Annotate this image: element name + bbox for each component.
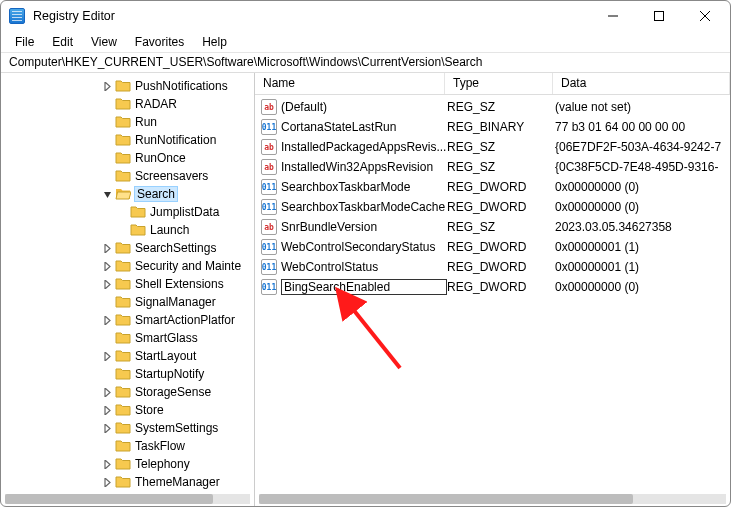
maximize-button[interactable] <box>636 1 682 31</box>
value-type: REG_DWORD <box>447 180 555 194</box>
chevron-right-icon[interactable] <box>101 476 113 488</box>
tree-item[interactable]: PushNotifications <box>11 77 254 95</box>
folder-icon <box>115 366 135 383</box>
tree-item-label: SmartGlass <box>135 331 198 345</box>
tree-item[interactable]: StorageSense <box>11 383 254 401</box>
registry-tree[interactable]: PushNotificationsRADARRunRunNotification… <box>1 77 254 492</box>
chevron-right-icon[interactable] <box>101 458 113 470</box>
value-type: REG_SZ <box>447 160 555 174</box>
content-panes: PushNotificationsRADARRunRunNotification… <box>1 73 730 506</box>
menu-bar: File Edit View Favorites Help <box>1 31 730 53</box>
value-data: 2023.03.05.34627358 <box>555 220 730 234</box>
binary-value-icon: 011 <box>261 239 277 255</box>
expander-placeholder <box>101 440 113 452</box>
folder-open-icon <box>115 186 135 203</box>
chevron-down-icon[interactable] <box>101 188 113 200</box>
tree-item[interactable]: RunOnce <box>11 149 254 167</box>
tree-horizontal-scrollbar[interactable] <box>5 494 250 504</box>
close-button[interactable] <box>682 1 728 31</box>
chevron-right-icon[interactable] <box>101 314 113 326</box>
folder-icon <box>115 240 135 257</box>
folder-icon <box>115 132 135 149</box>
menu-help[interactable]: Help <box>194 33 235 51</box>
value-row[interactable]: ab(Default)REG_SZ(value not set) <box>255 97 730 117</box>
value-type: REG_SZ <box>447 100 555 114</box>
value-row[interactable]: abInstalledPackagedAppsRevis...REG_SZ{06… <box>255 137 730 157</box>
menu-view[interactable]: View <box>83 33 125 51</box>
tree-item-label: JumplistData <box>150 205 219 219</box>
value-type: REG_DWORD <box>447 240 555 254</box>
tree-item[interactable]: StartLayout <box>11 347 254 365</box>
tree-item[interactable]: Store <box>11 401 254 419</box>
value-name: InstalledPackagedAppsRevis... <box>281 140 447 154</box>
menu-favorites[interactable]: Favorites <box>127 33 192 51</box>
tree-item[interactable]: Security and Mainte <box>11 257 254 275</box>
tree-item[interactable]: ThemeManager <box>11 473 254 491</box>
column-header-data[interactable]: Data <box>553 73 730 94</box>
expander-placeholder <box>101 296 113 308</box>
list-horizontal-scrollbar[interactable] <box>259 494 726 504</box>
tree-item[interactable]: SmartActionPlatfor <box>11 311 254 329</box>
value-row[interactable]: abInstalledWin32AppsRevisionREG_SZ{0C38F… <box>255 157 730 177</box>
tree-item[interactable]: RADAR <box>11 95 254 113</box>
folder-icon <box>115 438 135 455</box>
value-row[interactable]: 011SearchboxTaskbarModeCacheREG_DWORD0x0… <box>255 197 730 217</box>
value-row[interactable]: abSnrBundleVersionREG_SZ2023.03.05.34627… <box>255 217 730 237</box>
value-row[interactable]: 011WebControlSecondaryStatusREG_DWORD0x0… <box>255 237 730 257</box>
tree-item[interactable]: Search <box>11 185 254 203</box>
value-name[interactable]: BingSearchEnabled <box>281 279 447 295</box>
tree-item-label: SignalManager <box>135 295 216 309</box>
tree-item-label: SystemSettings <box>135 421 218 435</box>
tree-item[interactable]: TaskFlow <box>11 437 254 455</box>
chevron-right-icon[interactable] <box>101 260 113 272</box>
folder-icon <box>115 96 135 113</box>
tree-item[interactable]: Run <box>11 113 254 131</box>
tree-item[interactable]: Screensavers <box>11 167 254 185</box>
chevron-right-icon[interactable] <box>101 278 113 290</box>
chevron-right-icon[interactable] <box>101 404 113 416</box>
value-row[interactable]: 011CortanaStateLastRunREG_BINARY77 b3 01… <box>255 117 730 137</box>
expander-placeholder <box>116 224 128 236</box>
tree-item-label: StorageSense <box>135 385 211 399</box>
chevron-right-icon[interactable] <box>101 350 113 362</box>
tree-item[interactable]: RunNotification <box>11 131 254 149</box>
menu-edit[interactable]: Edit <box>44 33 81 51</box>
menu-file[interactable]: File <box>7 33 42 51</box>
chevron-right-icon[interactable] <box>101 422 113 434</box>
value-row[interactable]: 011WebControlStatusREG_DWORD0x00000001 (… <box>255 257 730 277</box>
chevron-right-icon[interactable] <box>101 242 113 254</box>
value-data: {0C38F5CD-7E48-495D-9316- <box>555 160 730 174</box>
tree-item[interactable]: SystemSettings <box>11 419 254 437</box>
tree-item[interactable]: StartupNotify <box>11 365 254 383</box>
tree-item-label: Store <box>135 403 164 417</box>
chevron-right-icon[interactable] <box>101 386 113 398</box>
tree-item[interactable]: SmartGlass <box>11 329 254 347</box>
address-bar[interactable]: Computer\HKEY_CURRENT_USER\Software\Micr… <box>1 53 730 73</box>
tree-item[interactable]: JumplistData <box>11 203 254 221</box>
tree-item[interactable]: Telephony <box>11 455 254 473</box>
tree-item[interactable]: SignalManager <box>11 293 254 311</box>
chevron-right-icon[interactable] <box>101 80 113 92</box>
tree-item-label: PushNotifications <box>135 79 228 93</box>
expander-placeholder <box>101 170 113 182</box>
value-name: InstalledWin32AppsRevision <box>281 160 447 174</box>
tree-item-label: StartupNotify <box>135 367 204 381</box>
value-list[interactable]: ab(Default)REG_SZ(value not set)011Corta… <box>255 95 730 297</box>
minimize-button[interactable] <box>590 1 636 31</box>
column-header-type[interactable]: Type <box>445 73 553 94</box>
column-header-name[interactable]: Name <box>255 73 445 94</box>
string-value-icon: ab <box>261 139 277 155</box>
tree-item[interactable]: SearchSettings <box>11 239 254 257</box>
tree-item-label: TaskFlow <box>135 439 185 453</box>
folder-icon <box>115 258 135 275</box>
value-row[interactable]: 011BingSearchEnabledREG_DWORD0x00000000 … <box>255 277 730 297</box>
expander-placeholder <box>101 98 113 110</box>
tree-item[interactable]: Shell Extensions <box>11 275 254 293</box>
expander-placeholder <box>101 116 113 128</box>
folder-icon <box>115 114 135 131</box>
list-header: Name Type Data <box>255 73 730 95</box>
expander-placeholder <box>101 134 113 146</box>
window-title: Registry Editor <box>33 9 115 23</box>
tree-item[interactable]: Launch <box>11 221 254 239</box>
value-row[interactable]: 011SearchboxTaskbarModeREG_DWORD0x000000… <box>255 177 730 197</box>
